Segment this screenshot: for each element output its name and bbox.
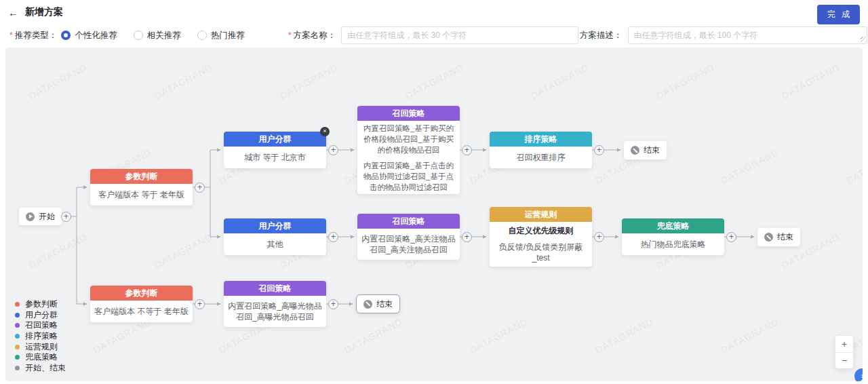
node-end-3[interactable]: 结束 <box>356 294 400 313</box>
add-node-button[interactable]: + <box>594 145 604 155</box>
recommend-type-label: 推荐类型： <box>15 30 58 41</box>
node-header: 召回策略 <box>224 281 326 296</box>
node-header: 用户分群 <box>224 132 326 147</box>
node-strategy: 内置召回策略_基于购买的价格段物品召回_基于购买的价格段物品召回 <box>361 123 456 155</box>
legend-label: 运营规则 <box>25 341 58 353</box>
legend-item: 用户分群 <box>15 309 66 320</box>
back-icon[interactable]: ← <box>8 7 18 18</box>
node-recall-strategy-2[interactable]: 召回策略 内置召回策略_高关注物品召回_高关注物品召回 <box>357 214 460 260</box>
flow-canvas[interactable]: DATAGRANDDATAGRANDDATAGRANDDATAGRANDDATA… <box>5 47 863 381</box>
node-header: 运营规则 <box>490 207 592 222</box>
add-node-button[interactable]: + <box>726 232 736 242</box>
node-header: 用户分群 <box>224 218 326 233</box>
node-recall-strategy-1[interactable]: 召回策略 内置召回策略_基于购买的价格段物品召回_基于购买的价格段物品召回 内置… <box>357 106 460 194</box>
node-sort-strategy[interactable]: 排序策略 召回权重排序 <box>490 132 592 168</box>
legend-dot-fallback <box>15 355 20 360</box>
add-node-button[interactable]: + <box>61 212 71 222</box>
node-body: 内置召回策略_高曝光物品召回_高曝光物品召回 <box>224 296 326 327</box>
legend-item: 开始、结束 <box>15 362 66 373</box>
node-header: 参数判断 <box>90 286 193 301</box>
node-recall-strategy-3[interactable]: 召回策略 内置召回策略_高曝光物品召回_高曝光物品召回 <box>224 281 326 327</box>
node-condition: 客户端版本 等于 老年版 <box>98 189 184 200</box>
node-strategy: 热门物品兜底策略 <box>641 239 706 250</box>
node-start[interactable]: 开始 <box>19 208 62 225</box>
form-row: * 推荐类型： 个性化推荐 相关推荐 热门推荐 * 方案名称： 方案描述： <box>0 24 868 46</box>
legend-dot-param <box>15 302 20 307</box>
add-node-button[interactable]: + <box>462 145 472 155</box>
start-icon <box>26 212 35 221</box>
add-node-button[interactable]: + <box>195 299 205 309</box>
legend-label: 用户分群 <box>25 309 58 321</box>
node-body: 热门物品兜底策略 <box>622 233 724 255</box>
legend-dot-segment <box>15 313 20 318</box>
required-mark: * <box>9 31 13 40</box>
node-param-judgment-1[interactable]: 参数判断 客户端版本 等于 老年版 <box>90 169 193 206</box>
node-strategy: 内置召回策略_基于点击的物品协同过滤召回_基于点击的物品协同过滤召回 <box>361 160 456 193</box>
end-icon <box>631 146 639 155</box>
legend-dot-startend <box>15 366 20 370</box>
node-start-label: 开始 <box>39 211 55 223</box>
node-end-1[interactable]: 结束 <box>624 141 667 159</box>
radio-label: 热门推荐 <box>211 30 245 41</box>
plan-name-label: 方案名称： <box>294 30 336 41</box>
add-node-button[interactable]: + <box>328 299 338 309</box>
plan-name-input[interactable] <box>341 26 578 44</box>
node-body: 内置召回策略_高关注物品召回_高关注物品召回 <box>357 229 460 260</box>
legend-label: 召回策略 <box>25 320 58 331</box>
node-type-legend: 参数判断 用户分群 召回策略 排序策略 运营规则 兜底策略 开始、结束 <box>15 299 66 373</box>
node-strategy: 内置召回策略_高曝光物品召回_高曝光物品召回 <box>228 301 322 322</box>
node-condition: 客户端版本 不等于 老年版 <box>94 306 189 317</box>
radio-dot-icon[interactable] <box>197 31 207 40</box>
node-fallback-strategy[interactable]: 兜底策略 热门物品兜底策略 <box>622 218 724 255</box>
legend-item: 兜底策略 <box>15 352 66 363</box>
radio-dot-icon[interactable] <box>134 31 143 40</box>
plan-desc-group: 方案描述： <box>580 24 867 46</box>
radio-label: 个性化推荐 <box>75 30 117 41</box>
node-strategy: 内置召回策略_高关注物品召回_高关注物品召回 <box>361 233 456 255</box>
radio-hot[interactable]: 热门推荐 <box>197 30 245 41</box>
legend-dot-recall <box>15 323 20 328</box>
radio-label: 相关推荐 <box>147 30 181 41</box>
node-end-2[interactable]: 结束 <box>757 228 800 246</box>
radio-personalized[interactable]: 个性化推荐 <box>61 30 117 41</box>
page-title: 新增方案 <box>25 6 63 18</box>
zoom-in-button[interactable]: + <box>835 336 853 352</box>
close-icon[interactable]: × <box>320 127 330 136</box>
node-operation-rules[interactable]: 运营规则 自定义优先级规则 负反馈/负反馈类别屏蔽_test <box>490 207 592 267</box>
node-body: 召回权重排序 <box>490 147 592 168</box>
node-header: 排序策略 <box>490 132 592 147</box>
node-body: 城市 等于 北京市 <box>224 147 326 168</box>
node-body: 内置召回策略_基于购买的价格段物品召回_基于购买的价格段物品召回 内置召回策略_… <box>357 121 460 194</box>
legend-label: 排序策略 <box>25 330 58 342</box>
node-header: 召回策略 <box>357 214 460 229</box>
legend-item: 召回策略 <box>15 320 66 331</box>
plan-name-group: * 方案名称： <box>288 24 578 46</box>
plan-desc-input[interactable] <box>628 26 867 44</box>
finish-button[interactable]: 完 成 <box>817 5 860 24</box>
add-node-button[interactable]: + <box>462 232 472 242</box>
node-body: 客户端版本 等于 老年版 <box>90 184 193 206</box>
plan-desc-label: 方案描述： <box>580 30 623 41</box>
node-end-label: 结束 <box>376 299 393 310</box>
node-header: 参数判断 <box>90 169 193 184</box>
node-condition: 其他 <box>267 239 283 250</box>
legend-item: 排序策略 <box>15 331 66 342</box>
required-mark: * <box>288 31 292 40</box>
add-node-button[interactable]: + <box>594 232 604 242</box>
node-rule: 负反馈/负反馈类别屏蔽_test <box>494 242 588 263</box>
zoom-out-button[interactable]: − <box>835 353 853 369</box>
node-body: 自定义优先级规则 负反馈/负反馈类别屏蔽_test <box>490 222 592 267</box>
radio-related[interactable]: 相关推荐 <box>134 30 181 41</box>
node-param-judgment-2[interactable]: 参数判断 客户端版本 不等于 老年版 <box>90 286 193 322</box>
node-rule-title: 自定义优先级规则 <box>509 225 574 236</box>
legend-item: 运营规则 <box>15 341 66 352</box>
add-node-button[interactable]: + <box>328 232 338 242</box>
node-user-segment-1[interactable]: 用户分群 城市 等于 北京市 × <box>224 132 326 168</box>
add-node-button[interactable]: + <box>195 183 205 193</box>
legend-dot-sort <box>15 334 20 339</box>
plan-desc-wrap <box>628 26 867 44</box>
radio-dot-checked-icon[interactable] <box>61 31 71 40</box>
node-user-segment-2[interactable]: 用户分群 其他 <box>224 218 326 255</box>
add-node-button[interactable]: + <box>328 145 338 155</box>
legend-label: 兜底策略 <box>25 351 58 363</box>
